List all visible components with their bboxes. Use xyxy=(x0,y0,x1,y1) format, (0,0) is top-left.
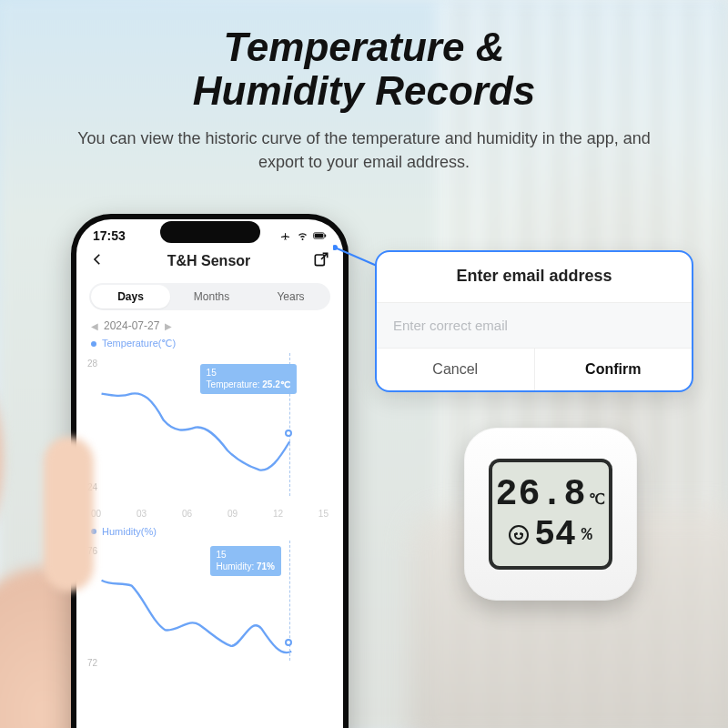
svg-rect-2 xyxy=(325,234,326,237)
email-field[interactable]: Enter correct email xyxy=(377,302,692,349)
tab-years[interactable]: Years xyxy=(251,283,330,310)
phone-screen: 17:53 T&H Sensor Days Months Years ◀ 202… xyxy=(76,219,343,728)
status-clock: 17:53 xyxy=(93,228,126,243)
smiley-icon xyxy=(509,525,529,545)
airplane-icon xyxy=(278,230,292,241)
phone-frame: 17:53 T&H Sensor Days Months Years ◀ 202… xyxy=(71,214,349,728)
battery-icon xyxy=(313,230,327,241)
device-temperature: 26.8℃ xyxy=(495,474,605,515)
y-tick: 72 xyxy=(87,658,97,668)
export-icon xyxy=(312,250,330,268)
headline-subtitle: You can view the historic curve of the t… xyxy=(64,126,664,174)
date-value: 2024-07-27 xyxy=(104,319,159,332)
humidity-tooltip: 15 Humidity: 71% xyxy=(210,546,281,576)
y-tick: 28 xyxy=(87,359,97,369)
hero-headline: Temperature & Humidity Records You can v… xyxy=(0,0,728,174)
device-humidity: 54% xyxy=(509,515,592,554)
date-prev-icon[interactable]: ◀ xyxy=(91,321,98,331)
cancel-button[interactable]: Cancel xyxy=(377,349,535,390)
svg-rect-1 xyxy=(315,234,324,238)
page-title: T&H Sensor xyxy=(167,253,251,269)
svg-rect-3 xyxy=(315,255,324,266)
range-segmented-control[interactable]: Days Months Years xyxy=(89,283,330,310)
temperature-tooltip: 15 Temperature: 25.2℃ xyxy=(200,364,297,394)
sensor-device: 26.8℃ 54% xyxy=(464,428,637,601)
dialog-title: Enter email address xyxy=(377,252,692,302)
status-icons xyxy=(278,230,327,241)
tab-months[interactable]: Months xyxy=(172,283,251,310)
app-header: T&H Sensor xyxy=(76,245,343,279)
back-button[interactable] xyxy=(89,251,106,271)
series-dot-icon xyxy=(91,341,96,347)
date-selector[interactable]: ◀ 2024-07-27 ▶ xyxy=(76,319,343,336)
thumb-illustration xyxy=(44,437,94,592)
temperature-chart[interactable]: 28 24 15 Temperature: 25.2℃ xyxy=(86,353,334,512)
headline-title: Temperature & Humidity Records xyxy=(0,25,728,112)
export-email-dialog: Enter email address Enter correct email … xyxy=(375,250,693,392)
phone-notch xyxy=(160,221,260,243)
humidity-chart[interactable]: 76 72 15 Humidity: 71% xyxy=(86,541,334,677)
svg-point-4 xyxy=(333,245,338,250)
date-next-icon[interactable]: ▶ xyxy=(165,321,172,331)
device-lcd: 26.8℃ 54% xyxy=(489,459,612,570)
humidity-series-label: Humidity(%) xyxy=(76,524,343,539)
tab-days[interactable]: Days xyxy=(91,285,170,308)
wifi-icon xyxy=(296,230,309,241)
chevron-left-icon xyxy=(89,251,106,268)
export-button[interactable] xyxy=(312,250,330,272)
temperature-series-label: Temperature(℃) xyxy=(76,336,343,351)
confirm-button[interactable]: Confirm xyxy=(535,349,693,390)
